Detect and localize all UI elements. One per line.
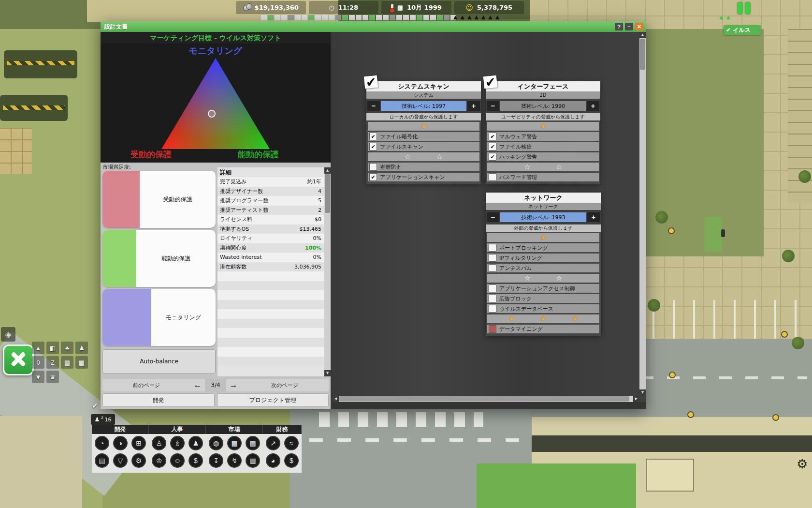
features-vertical-scrollbar[interactable]: ▲ ▼ — [639, 32, 646, 396]
triangle-marker[interactable] — [208, 110, 216, 118]
menu-tab[interactable]: 財務 — [263, 425, 302, 434]
minimize-button[interactable]: − — [625, 23, 633, 30]
globe-icon[interactable]: ◑ — [113, 436, 128, 450]
menu-tab[interactable]: 市場 — [206, 425, 263, 434]
feature-item[interactable]: ✔ファイルスキャン — [368, 142, 479, 151]
tech-level-decrease-button[interactable]: − — [367, 101, 380, 111]
scroll-down-button[interactable]: ▼ — [639, 389, 646, 396]
person-icon[interactable]: ♙ — [152, 436, 166, 450]
settings-icon[interactable]: ⚙ — [131, 453, 146, 468]
feature-item[interactable]: アンチスパム — [487, 264, 599, 272]
badge-tool[interactable]: ♛ — [46, 371, 59, 383]
computer-icon[interactable]: ⊞ — [131, 436, 146, 450]
feature-panel-title[interactable]: ネットワーク — [486, 193, 601, 203]
scroll-down-button[interactable]: ▼ — [324, 370, 331, 376]
feature-enabled-checkbox[interactable]: ✔ — [483, 75, 497, 89]
staff-tool[interactable]: ♟ — [75, 342, 88, 354]
news-icon[interactable]: ▤ — [246, 436, 260, 450]
menu-tab[interactable]: 開発 — [92, 425, 149, 434]
scrollbar-thumb[interactable] — [339, 396, 629, 402]
feature-item[interactable]: ウイルスデータベース — [487, 304, 599, 313]
down-arrow-button[interactable]: ▼ — [32, 371, 44, 383]
feature-checkbox[interactable] — [489, 284, 496, 292]
calendar-icon[interactable]: ▥ — [246, 453, 260, 468]
layers-button[interactable]: ◈ — [1, 327, 15, 342]
market-grid-icon[interactable]: ▦ — [227, 436, 242, 450]
up-arrow-button[interactable]: ▲ — [32, 342, 44, 354]
scrollbar-thumb[interactable] — [640, 39, 645, 70]
furniture-tool[interactable]: ◧ — [46, 342, 59, 354]
feature-checkbox[interactable] — [489, 325, 496, 333]
menu-tab[interactable]: 人事 — [149, 425, 206, 434]
scroll-up-button[interactable]: ▲ — [639, 32, 646, 38]
projects-icon[interactable]: ◔ — [95, 436, 109, 450]
feature-checkbox[interactable]: ✔ — [369, 143, 377, 150]
marketing-triangle[interactable] — [161, 58, 270, 149]
feature-item[interactable]: パスワード管理 — [487, 173, 599, 181]
feature-item[interactable]: ✔マルウェア警告 — [487, 132, 599, 141]
features-horizontal-scrollbar[interactable]: ◀ ▶ — [333, 396, 639, 402]
feature-checkbox[interactable]: ✔ — [369, 133, 377, 140]
feature-checkbox[interactable]: ✔ — [489, 133, 496, 140]
feature-item[interactable]: ✔ハッキング警告 — [487, 152, 599, 161]
feature-checkbox[interactable] — [489, 305, 496, 313]
hire-person-icon[interactable]: ♗ — [170, 436, 185, 450]
feature-item[interactable]: データマイニング — [487, 325, 599, 333]
virus-product-tag[interactable]: ✔ イルス — [724, 25, 761, 35]
build-tools-button[interactable] — [3, 344, 34, 375]
close-button[interactable]: ✕ — [635, 23, 643, 30]
rooms-tool[interactable]: ▤ — [61, 356, 73, 369]
scroll-up-button[interactable]: ▲ — [324, 167, 331, 174]
tech-level-decrease-button[interactable]: − — [487, 212, 499, 222]
feature-item[interactable]: ✔ファイル暗号化 — [368, 132, 479, 141]
feature-item[interactable]: IPフィルタリング — [487, 254, 599, 262]
feature-item[interactable]: ✔ファイル検疫 — [487, 142, 599, 151]
feature-panel-title[interactable]: インターフェース — [486, 81, 600, 91]
scrollbar-thumb[interactable] — [325, 174, 330, 213]
feature-item[interactable]: アプリケーションアクセス制御 — [487, 284, 599, 293]
pause-button[interactable] — [736, 2, 752, 15]
world-market-icon[interactable]: ◍ — [209, 436, 223, 450]
tech-level-decrease-button[interactable]: − — [487, 101, 499, 111]
tech-level-slider[interactable]: 技術レベル: 1993 — [500, 212, 586, 222]
road-tool[interactable]: Z — [46, 356, 59, 369]
distribution-icon[interactable]: ↧ — [209, 453, 223, 468]
floor-counter[interactable]: 0 — [32, 356, 44, 369]
tech-level-slider[interactable]: 技術レベル: 1997 — [381, 101, 466, 111]
growth-chart-icon[interactable]: ↗ — [266, 436, 280, 450]
tech-level-increase-button[interactable]: + — [587, 101, 599, 111]
research-icon[interactable]: ▽ — [113, 453, 128, 468]
tree-tool[interactable]: ♣ — [61, 342, 73, 354]
feature-checkbox[interactable] — [489, 264, 496, 272]
feature-item[interactable]: 広告ブロック — [487, 294, 599, 303]
tab-project-management[interactable]: プロジェクト管理 — [217, 393, 329, 407]
feature-enabled-checkbox[interactable]: ✔ — [364, 75, 378, 89]
feature-checkbox[interactable] — [489, 254, 496, 262]
previous-page-button[interactable]: ← — [190, 380, 205, 390]
tech-level-increase-button[interactable]: + — [587, 212, 600, 222]
tech-level-increase-button[interactable]: + — [467, 101, 480, 111]
feature-checkbox[interactable]: ✔ — [489, 143, 496, 150]
next-page-button[interactable]: → — [226, 380, 241, 390]
feature-checkbox[interactable] — [489, 173, 496, 181]
feature-checkbox[interactable] — [489, 295, 496, 302]
feature-checkbox[interactable]: ✔ — [369, 173, 377, 181]
feature-checkbox[interactable]: ✔ — [489, 153, 496, 161]
feature-checkbox[interactable] — [369, 163, 377, 171]
pie-chart-icon[interactable]: ◕ — [266, 453, 280, 468]
auto-balance-button[interactable]: Auto-balance — [102, 349, 216, 374]
salary-icon[interactable]: $ — [188, 453, 203, 468]
building-tool[interactable]: ▦ — [75, 356, 88, 369]
feature-panel-title[interactable]: システムスキャン — [366, 81, 481, 91]
feature-item[interactable]: 盗難防止 — [368, 163, 479, 171]
previous-page-label[interactable]: 前のページ — [102, 382, 190, 389]
feature-checkbox[interactable] — [489, 244, 496, 252]
window-titlebar[interactable]: 設計文書 ? − ✕ — [101, 21, 646, 32]
employee-icon[interactable]: ♔ — [152, 453, 166, 468]
shipping-icon[interactable]: ↯ — [227, 453, 242, 468]
documents-icon[interactable]: ▤ — [95, 453, 109, 468]
money-icon[interactable]: $ — [284, 453, 299, 468]
line-chart-icon[interactable]: ≈ — [284, 436, 299, 450]
settings-gear-icon[interactable]: ⚙ — [797, 457, 808, 471]
marketing-triangle-zone[interactable]: モニタリング 受動的保護 能動的保護 — [101, 44, 331, 163]
